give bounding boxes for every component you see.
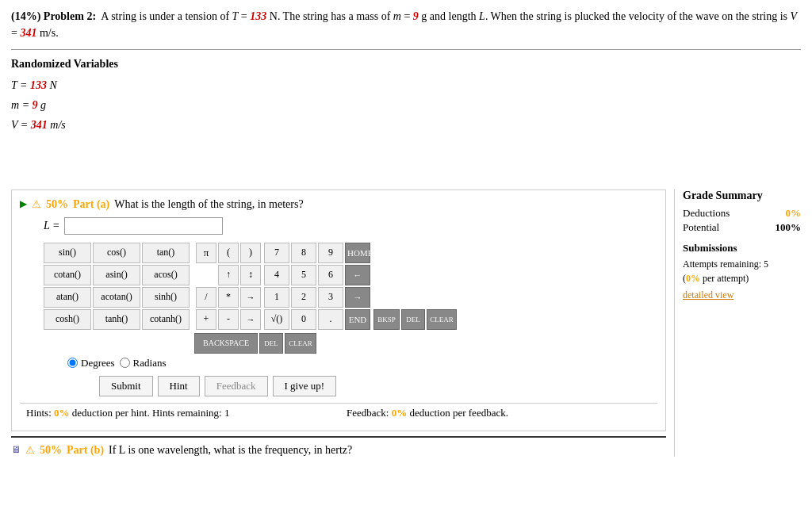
function-keypad: sin() cos() tan() cotan() asin() acos() …: [44, 243, 190, 330]
radians-radio[interactable]: [120, 358, 130, 368]
asin-btn[interactable]: asin(): [93, 265, 140, 285]
play-icon: ▶: [20, 198, 27, 210]
home-btn[interactable]: HOME: [345, 243, 370, 263]
m-value: 9: [413, 10, 419, 22]
part-b-percent: 50%: [40, 444, 62, 457]
grade-summary-panel: Grade Summary Deductions 0% Potential 10…: [674, 190, 801, 457]
feedback-text: deduction per feedback.: [409, 407, 508, 419]
per-attempt-orange: 0%: [686, 273, 700, 284]
cotanh-btn[interactable]: cotanh(): [142, 309, 190, 330]
part-a-label: Part (a): [73, 198, 109, 211]
right-arrow-num-btn[interactable]: →: [345, 287, 370, 308]
randomized-variables-title: Randomized Variables: [11, 58, 801, 71]
detailed-view-link[interactable]: detailed view: [683, 289, 733, 301]
up-arrow-btn[interactable]: ↑: [218, 265, 239, 285]
cosh-btn[interactable]: cosh(): [44, 309, 91, 330]
m-display: 9: [33, 99, 38, 111]
part-a-section: ▶ ⚠ 50% Part (a) What is the length of t…: [11, 190, 666, 431]
degrees-radians-row: Degrees Radians: [44, 357, 657, 369]
tan-btn[interactable]: tan(): [142, 243, 190, 263]
hints-deduction: 0%: [54, 407, 70, 419]
degrees-radio[interactable]: [67, 358, 78, 368]
sqrt-btn[interactable]: √(): [264, 309, 289, 330]
num7-btn[interactable]: 7: [264, 243, 289, 263]
left-panel: ▶ ⚠ 50% Part (a) What is the length of t…: [11, 190, 666, 457]
backspace-wide-btn[interactable]: BACKSPACE: [194, 333, 258, 354]
left-arrow-btn[interactable]: ←: [345, 265, 370, 285]
sin-btn[interactable]: sin(): [44, 243, 91, 263]
part-a-percent: 50%: [46, 198, 68, 211]
deductions-label: Deductions: [683, 207, 730, 220]
submit-btn[interactable]: Submit: [99, 376, 153, 396]
num8-btn[interactable]: 8: [291, 243, 316, 263]
main-content: ▶ ⚠ 50% Part (a) What is the length of t…: [11, 190, 801, 457]
right-arrow1-btn[interactable]: →: [240, 287, 261, 308]
num6-btn[interactable]: 6: [318, 265, 343, 285]
warning-icon-a: ⚠: [32, 198, 41, 211]
deductions-row: Deductions 0%: [683, 207, 801, 220]
del-btn[interactable]: DEL: [401, 309, 425, 330]
hint-btn[interactable]: Hint: [158, 376, 200, 396]
part-b-label: Part (b): [67, 444, 104, 457]
V-value: 341: [20, 27, 36, 39]
T-value: 133: [250, 10, 266, 22]
num3-btn[interactable]: 3: [318, 287, 343, 308]
T-display: 133: [30, 79, 47, 91]
num9-btn[interactable]: 9: [318, 243, 343, 263]
right-arrow2-btn[interactable]: →: [240, 309, 261, 330]
hints-remaining: 1: [224, 407, 230, 419]
clear-btn[interactable]: CLEAR: [427, 309, 457, 330]
part-b-question: If L is one wavelength, what is the freq…: [109, 444, 352, 457]
num4-btn[interactable]: 4: [264, 265, 289, 285]
open-paren-btn[interactable]: (: [218, 243, 239, 263]
num5-btn[interactable]: 5: [291, 265, 316, 285]
backspace-row: BACKSPACE DEL CLEAR: [194, 333, 657, 354]
degrees-label: Degrees: [81, 357, 115, 369]
clear-wide-btn[interactable]: CLEAR: [285, 333, 316, 354]
backspace-btn[interactable]: BKSP: [373, 309, 400, 330]
monitor-icon: 🖥: [11, 444, 21, 456]
hints-right: Feedback: 0% deduction per feedback.: [347, 407, 651, 419]
num0-btn[interactable]: 0: [291, 309, 316, 330]
del-wide-btn[interactable]: DEL: [259, 333, 283, 354]
feedback-btn[interactable]: Feedback: [205, 376, 268, 396]
feedback-label: Feedback:: [347, 407, 392, 419]
per-attempt-text: (0% per attempt): [683, 271, 801, 285]
problem-statement: (14%) Problem 2: A string is under a ten…: [11, 8, 801, 41]
give-up-btn[interactable]: I give up!: [273, 376, 337, 396]
close-paren-btn[interactable]: ): [240, 243, 261, 263]
minus-btn[interactable]: -: [218, 309, 239, 330]
atan-btn[interactable]: atan(): [44, 287, 91, 308]
num2-btn[interactable]: 2: [291, 287, 316, 308]
end-btn[interactable]: END: [345, 309, 370, 330]
attempts-text: Attempts remaining: 5: [683, 257, 801, 271]
input-row: L =: [44, 217, 657, 235]
acos-btn[interactable]: acos(): [142, 265, 190, 285]
radians-label: Radians: [133, 357, 167, 369]
submissions-title: Submissions: [683, 242, 801, 255]
feedback-deduction: 0%: [392, 407, 408, 419]
divide-btn[interactable]: /: [196, 287, 216, 308]
part-b-section: 🖥 ⚠ 50% Part (b) If L is one wavelength,…: [11, 436, 666, 457]
acotan-btn[interactable]: acotan(): [93, 287, 140, 308]
tanh-btn[interactable]: tanh(): [93, 309, 140, 330]
potential-value: 100%: [776, 221, 802, 234]
part-a-header: ▶ ⚠ 50% Part (a) What is the length of t…: [20, 198, 657, 211]
action-keypad: BKSP DEL CLEAR: [373, 243, 429, 330]
multiply-btn[interactable]: *: [218, 287, 239, 308]
dot-btn[interactable]: .: [318, 309, 343, 330]
part-a-question: What is the length of the string, in met…: [114, 198, 303, 211]
cos-btn[interactable]: cos(): [93, 243, 140, 263]
pi-btn[interactable]: π: [196, 243, 216, 263]
plus-btn[interactable]: +: [196, 309, 216, 330]
updown-arrow-btn[interactable]: ↕: [240, 265, 261, 285]
attempts-value: 5: [764, 258, 768, 270]
hints-bar: Hints: 0% deduction per hint. Hints rema…: [20, 403, 657, 423]
divider-top: [11, 49, 801, 50]
answer-input[interactable]: [64, 217, 223, 235]
sinh-btn[interactable]: sinh(): [142, 287, 190, 308]
potential-label: Potential: [683, 221, 719, 234]
num1-btn[interactable]: 1: [264, 287, 289, 308]
cotan-btn[interactable]: cotan(): [44, 265, 91, 285]
V-display: 341: [31, 119, 48, 131]
